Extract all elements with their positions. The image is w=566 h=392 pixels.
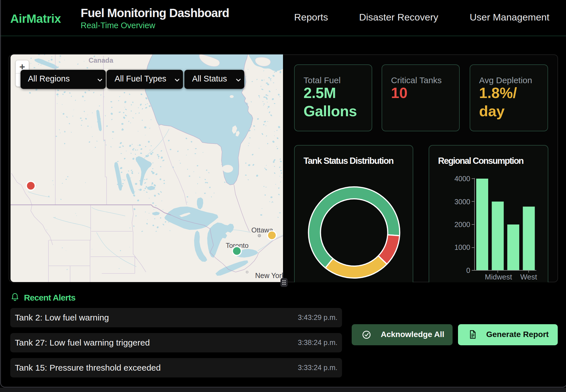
svg-text:1000: 1000 bbox=[454, 243, 470, 251]
svg-text:New York: New York bbox=[255, 271, 283, 279]
svg-text:Midwest: Midwest bbox=[485, 273, 512, 281]
svg-text:2000: 2000 bbox=[454, 220, 470, 228]
svg-text:3000: 3000 bbox=[454, 198, 470, 206]
svg-text:Canada: Canada bbox=[89, 56, 113, 64]
svg-text:West: West bbox=[520, 273, 538, 281]
svg-text:0: 0 bbox=[466, 266, 470, 274]
svg-text:4000: 4000 bbox=[454, 175, 470, 183]
